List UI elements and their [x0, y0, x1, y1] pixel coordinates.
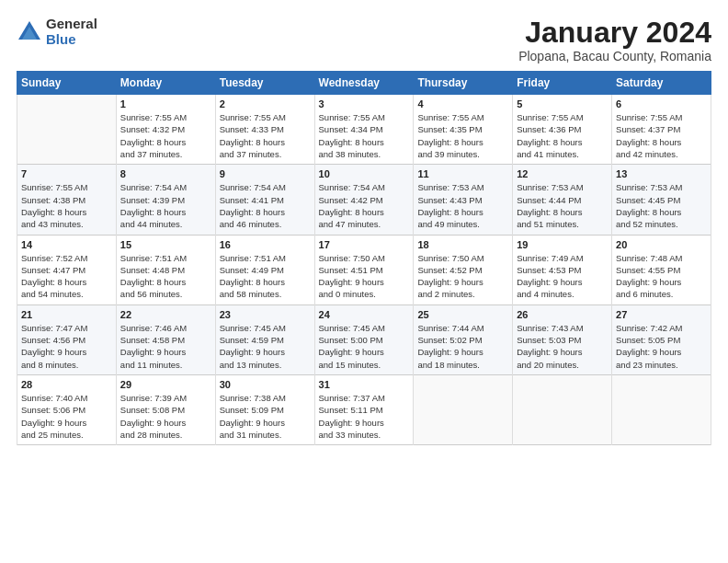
cell-line: Daylight: 8 hours: [120, 136, 211, 148]
calendar-week-5: 28Sunrise: 7:40 AMSunset: 5:06 PMDayligh…: [17, 374, 711, 444]
cell-line: Sunrise: 7:55 AM: [220, 111, 311, 123]
cell-line: Sunset: 4:43 PM: [417, 194, 508, 206]
calendar-cell: 25Sunrise: 7:44 AMSunset: 5:02 PMDayligh…: [414, 304, 513, 374]
cell-line: Daylight: 9 hours: [616, 276, 707, 288]
col-thursday: Thursday: [414, 72, 513, 95]
cell-line: Sunset: 4:32 PM: [120, 123, 211, 135]
logo-blue-text: Blue: [46, 32, 97, 48]
calendar-cell: 3Sunrise: 7:55 AMSunset: 4:34 PMDaylight…: [314, 95, 414, 165]
calendar-cell: 7Sunrise: 7:55 AMSunset: 4:38 PMDaylight…: [17, 165, 117, 235]
day-number: 10: [319, 168, 410, 179]
logo-text: General Blue: [46, 17, 97, 47]
cell-line: Sunset: 4:42 PM: [319, 194, 410, 206]
cell-line: Sunrise: 7:55 AM: [319, 111, 410, 123]
day-number: 23: [220, 309, 311, 320]
cell-line: and 41 minutes.: [517, 148, 608, 160]
cell-line: Sunrise: 7:44 AM: [417, 322, 508, 334]
cell-line: Sunrise: 7:48 AM: [616, 252, 707, 264]
cell-line: Sunrise: 7:55 AM: [120, 111, 211, 123]
cell-line: Sunset: 4:47 PM: [21, 264, 112, 276]
calendar-cell: 23Sunrise: 7:45 AMSunset: 4:59 PMDayligh…: [215, 304, 314, 374]
cell-line: Sunset: 4:35 PM: [417, 123, 508, 135]
day-number: 1: [120, 98, 211, 109]
day-number: 9: [220, 168, 311, 179]
cell-line: Daylight: 8 hours: [319, 136, 410, 148]
cell-line: Sunset: 5:02 PM: [417, 334, 508, 346]
logo: General Blue: [17, 17, 97, 47]
day-number: 15: [120, 239, 211, 250]
cell-line: Sunset: 4:55 PM: [616, 264, 707, 276]
day-number: 17: [319, 239, 410, 250]
calendar-week-4: 21Sunrise: 7:47 AMSunset: 4:56 PMDayligh…: [17, 304, 711, 374]
cell-line: Sunset: 4:52 PM: [417, 264, 508, 276]
calendar-cell: 26Sunrise: 7:43 AMSunset: 5:03 PMDayligh…: [513, 304, 612, 374]
cell-line: Sunrise: 7:55 AM: [417, 111, 508, 123]
cell-line: Daylight: 9 hours: [319, 417, 410, 429]
calendar-cell: 14Sunrise: 7:52 AMSunset: 4:47 PMDayligh…: [17, 235, 117, 304]
cell-line: Sunrise: 7:51 AM: [220, 252, 311, 264]
cell-line: and 25 minutes.: [21, 429, 112, 441]
cell-line: Daylight: 8 hours: [616, 206, 707, 218]
cell-line: Daylight: 9 hours: [417, 346, 508, 358]
cell-line: Daylight: 9 hours: [616, 346, 707, 358]
cell-line: and 38 minutes.: [319, 148, 410, 160]
day-number: 3: [319, 98, 410, 109]
calendar-cell: 8Sunrise: 7:54 AMSunset: 4:39 PMDaylight…: [116, 165, 215, 235]
cell-line: and 42 minutes.: [616, 148, 707, 160]
calendar-cell: 17Sunrise: 7:50 AMSunset: 4:51 PMDayligh…: [314, 235, 414, 304]
calendar-cell: 9Sunrise: 7:54 AMSunset: 4:41 PMDaylight…: [215, 165, 314, 235]
cell-line: and 8 minutes.: [21, 359, 112, 371]
day-number: 28: [21, 379, 112, 390]
cell-line: Daylight: 9 hours: [220, 417, 311, 429]
cell-line: and 56 minutes.: [120, 288, 211, 300]
day-number: 11: [417, 168, 508, 179]
cell-line: Sunset: 4:37 PM: [616, 123, 707, 135]
cell-line: Daylight: 9 hours: [120, 346, 211, 358]
calendar-cell: 31Sunrise: 7:37 AMSunset: 5:11 PMDayligh…: [314, 374, 414, 444]
calendar-cell: 22Sunrise: 7:46 AMSunset: 4:58 PMDayligh…: [116, 304, 215, 374]
cell-line: Sunrise: 7:46 AM: [120, 322, 211, 334]
day-number: 2: [220, 98, 311, 109]
cell-line: and 54 minutes.: [21, 288, 112, 300]
col-wednesday: Wednesday: [314, 72, 414, 95]
cell-line: and 49 minutes.: [417, 218, 508, 230]
cell-line: and 58 minutes.: [220, 288, 311, 300]
cell-line: Daylight: 9 hours: [319, 346, 410, 358]
day-number: 8: [120, 168, 211, 179]
calendar-week-3: 14Sunrise: 7:52 AMSunset: 4:47 PMDayligh…: [17, 235, 711, 304]
cell-line: Sunrise: 7:53 AM: [616, 181, 707, 193]
calendar-table: Sunday Monday Tuesday Wednesday Thursday…: [17, 71, 711, 445]
calendar-cell: 28Sunrise: 7:40 AMSunset: 5:06 PMDayligh…: [17, 374, 117, 444]
day-number: 21: [21, 309, 112, 320]
cell-line: Sunrise: 7:49 AM: [517, 252, 608, 264]
cell-line: Sunrise: 7:54 AM: [120, 181, 211, 193]
day-number: 26: [517, 309, 608, 320]
cell-line: and 20 minutes.: [517, 359, 608, 371]
cell-line: Sunset: 4:39 PM: [120, 194, 211, 206]
cell-line: Sunset: 5:09 PM: [220, 404, 311, 416]
cell-line: and 18 minutes.: [417, 359, 508, 371]
cell-line: Sunset: 4:53 PM: [517, 264, 608, 276]
calendar-cell: [612, 374, 711, 444]
cell-line: Sunrise: 7:53 AM: [417, 181, 508, 193]
cell-line: Sunset: 4:45 PM: [616, 194, 707, 206]
cell-line: and 31 minutes.: [220, 429, 311, 441]
cell-line: Daylight: 9 hours: [120, 417, 211, 429]
cell-line: Sunrise: 7:38 AM: [220, 392, 311, 404]
cell-line: and 33 minutes.: [319, 429, 410, 441]
cell-line: Sunset: 4:51 PM: [319, 264, 410, 276]
logo-general-text: General: [46, 17, 97, 32]
cell-line: Daylight: 8 hours: [517, 206, 608, 218]
cell-line: Sunset: 4:34 PM: [319, 123, 410, 135]
cell-line: and 43 minutes.: [21, 218, 112, 230]
cell-line: Sunrise: 7:51 AM: [120, 252, 211, 264]
calendar-cell: 1Sunrise: 7:55 AMSunset: 4:32 PMDaylight…: [116, 95, 215, 165]
cell-line: Daylight: 8 hours: [616, 136, 707, 148]
cell-line: Daylight: 9 hours: [220, 346, 311, 358]
cell-line: and 6 minutes.: [616, 288, 707, 300]
cell-line: Sunrise: 7:53 AM: [517, 181, 608, 193]
day-number: 6: [616, 98, 707, 109]
cell-line: Sunrise: 7:40 AM: [21, 392, 112, 404]
calendar-cell: 20Sunrise: 7:48 AMSunset: 4:55 PMDayligh…: [612, 235, 711, 304]
cell-line: Daylight: 9 hours: [21, 346, 112, 358]
